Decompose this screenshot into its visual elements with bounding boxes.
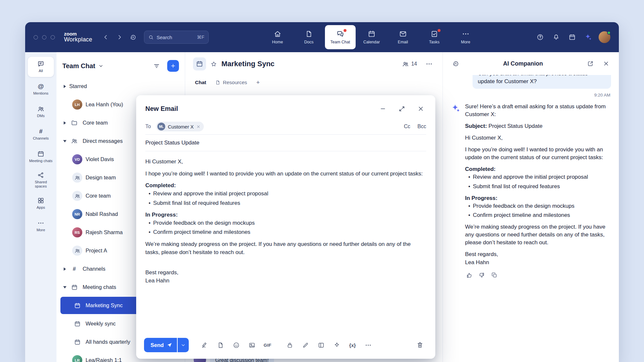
send-options-button[interactable] [178, 338, 189, 352]
thumbs-down-button[interactable] [477, 271, 486, 279]
cc-button[interactable]: Cc [404, 124, 411, 129]
ai-history-button[interactable] [450, 58, 461, 69]
layout-button[interactable] [315, 339, 327, 351]
folder-icon [69, 119, 79, 126]
caret-down-icon [63, 286, 67, 288]
expand-button[interactable] [396, 103, 407, 114]
history-button[interactable] [128, 32, 139, 43]
file-icon [217, 342, 224, 349]
rail-item-meeting-chats[interactable]: Meeting chats [28, 147, 54, 167]
variables-button[interactable]: {x} [347, 339, 358, 351]
nav-team-chat[interactable]: Team Chat [325, 25, 356, 49]
help-button[interactable] [535, 32, 546, 43]
subject-input[interactable]: Project Status Update [145, 135, 426, 151]
channel-avatar [193, 57, 206, 70]
more-icon [365, 342, 372, 349]
history-icon [130, 34, 137, 41]
schedule-button[interactable] [567, 32, 578, 43]
chat-section-starred[interactable]: Starred [60, 78, 181, 95]
nav-calendar[interactable]: Calendar [356, 25, 387, 49]
rail-item-apps[interactable]: Apps [28, 193, 54, 213]
cal endar-icon [72, 321, 82, 327]
zoom-workplace-logo: zoom Workplace [64, 31, 92, 43]
copy-button[interactable] [490, 271, 498, 279]
window-close-button[interactable] [34, 35, 38, 39]
gif-button[interactable]: GIF [262, 339, 273, 351]
tab-resources[interactable]: Resources [215, 80, 247, 85]
encrypt-button[interactable] [284, 339, 295, 351]
star-channel-button[interactable] [210, 61, 217, 68]
template-button[interactable] [215, 339, 226, 351]
nav-label: Email [398, 40, 408, 44]
tab-chat[interactable]: Chat [195, 80, 206, 85]
email-icon [399, 30, 407, 38]
people-icon [402, 61, 409, 68]
window-minimize-button[interactable] [42, 35, 46, 39]
ai-compose-button[interactable] [331, 339, 342, 351]
search-icon [148, 35, 154, 40]
edit-button[interactable] [300, 339, 311, 351]
avatar: VD [72, 154, 82, 164]
notification-dot [438, 29, 441, 32]
nav-email[interactable]: Email [388, 25, 418, 49]
nav-label: Home [272, 40, 283, 44]
bcc-button[interactable]: Bcc [417, 124, 426, 129]
hash-icon: # [69, 265, 79, 273]
ai-close-button[interactable] [601, 58, 612, 69]
email-body-editor[interactable]: Hi Customer X, I hope you’re doing well!… [136, 151, 435, 333]
ai-companion-panel: AI Companion Can you draft an email that… [443, 52, 619, 362]
window-controls[interactable] [34, 35, 55, 39]
member-count: 14 [411, 61, 417, 67]
email-greeting: Hi Customer X, [145, 158, 426, 166]
notifications-button[interactable] [551, 32, 562, 43]
remove-recipient-button[interactable] [196, 125, 201, 129]
caret-right-icon [64, 267, 66, 271]
compose-toolbar: Send GIF {x} [136, 333, 435, 359]
rail-item-shared-spaces[interactable]: Shared spaces [28, 169, 54, 191]
nav-home[interactable]: Home [262, 25, 293, 49]
more-tools-button[interactable] [362, 339, 374, 351]
ai-companion-button[interactable] [583, 32, 594, 43]
calendar-icon [72, 339, 82, 345]
rail-item-all[interactable]: All [28, 57, 54, 77]
rail-item-more[interactable]: More [28, 216, 54, 236]
chat-panel-title[interactable]: Team Chat [62, 62, 104, 70]
nav-label: Docs [304, 40, 314, 44]
channel-more-button[interactable] [424, 58, 435, 69]
signature-button[interactable] [199, 339, 210, 351]
people-icon [69, 138, 79, 144]
nav-tasks[interactable]: Tasks [419, 25, 450, 49]
user-avatar[interactable] [599, 31, 610, 43]
nav-docs[interactable]: Docs [294, 25, 324, 49]
close-button[interactable] [415, 103, 426, 114]
help-icon [537, 34, 544, 41]
rail-item-dms[interactable]: DMs [28, 102, 54, 122]
send-button[interactable]: Send [144, 338, 177, 352]
avatar: NR [72, 209, 82, 219]
minimize-button[interactable] [377, 103, 388, 114]
nav-more[interactable]: More [450, 25, 481, 49]
new-chat-button[interactable] [167, 60, 179, 72]
tab-add-button[interactable]: + [256, 79, 260, 86]
calendar-icon [368, 30, 376, 38]
discard-button[interactable] [414, 339, 426, 351]
calendar-icon [196, 60, 203, 68]
window-zoom-button[interactable] [51, 35, 55, 39]
members-button[interactable]: 14 [402, 61, 417, 68]
modal-title: New Email [145, 105, 178, 113]
thumbs-up-button[interactable] [465, 271, 474, 279]
back-button[interactable] [100, 32, 111, 43]
rail-item-mentions[interactable]: @ Mentions [28, 79, 54, 99]
insert-image-button[interactable] [246, 339, 257, 351]
filter-button[interactable] [151, 60, 162, 71]
chat-bubble-icon [37, 60, 44, 68]
ai-popout-button[interactable] [585, 58, 596, 69]
recipient-chip[interactable]: ML Customer X [156, 122, 204, 131]
rail-item-channels[interactable]: # Channels [28, 124, 54, 144]
team-chat-icon [336, 30, 344, 38]
expand-icon [398, 105, 405, 112]
recipients-row[interactable]: To ML Customer X Cc Bcc [145, 119, 426, 135]
emoji-button[interactable] [231, 339, 242, 351]
forward-button[interactable] [114, 32, 125, 43]
search-input[interactable]: Search ⌘F [144, 31, 209, 44]
